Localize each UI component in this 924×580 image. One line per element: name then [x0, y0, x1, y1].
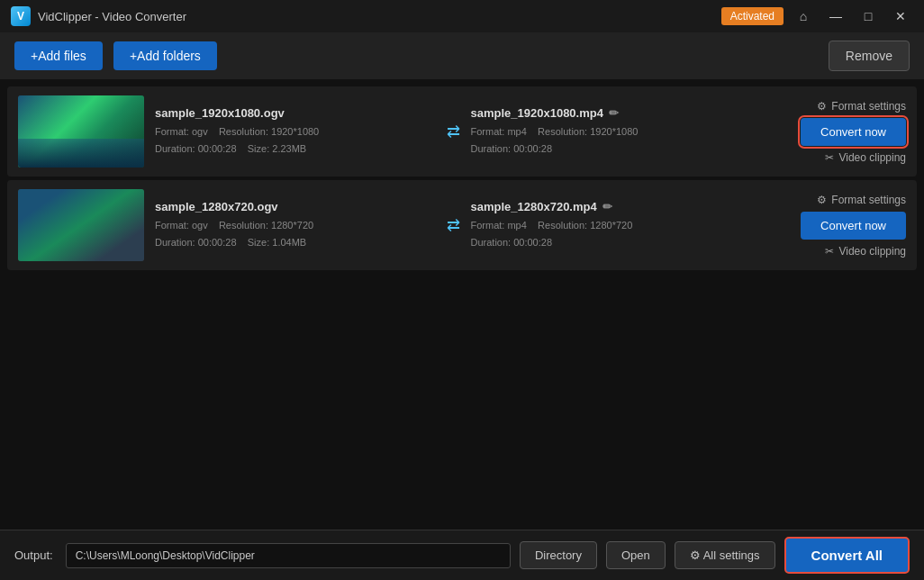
app-logo: V — [11, 6, 31, 26]
input-filename-1: sample_1920x1080.ogv — [155, 106, 436, 120]
input-resolution-1: Resolution: 1920*1080 — [219, 126, 319, 137]
input-duration-1: Duration: 00:00:28 — [155, 143, 237, 154]
toolbar-left: +Add files +Add folders — [14, 41, 217, 70]
remove-button[interactable]: Remove — [829, 41, 910, 71]
format-settings-1[interactable]: ⚙ Format settings — [817, 100, 906, 113]
actions-right-2: ⚙ Format settings Convert now ✂ Video cl… — [762, 194, 906, 258]
app-name: VidClipper — [38, 10, 92, 23]
output-duration-1: Duration: 00:00:28 — [471, 143, 553, 154]
title-text: VidClipper - Video Converter — [38, 10, 186, 23]
output-format-1: Format: mp4 — [471, 126, 527, 137]
format-settings-2[interactable]: ⚙ Format settings — [817, 194, 906, 206]
output-meta-2: Format: mp4 Resolution: 1280*720 Duratio… — [471, 217, 752, 250]
close-button[interactable]: ✕ — [888, 6, 913, 26]
convert-arrow-icon-2: ⇄ — [447, 215, 460, 235]
activated-badge: Activated — [721, 7, 784, 25]
table-row: sample_1920x1080.ogv Format: ogv Resolut… — [7, 86, 917, 177]
maximize-button[interactable]: □ — [856, 6, 881, 26]
add-folders-button[interactable]: +Add folders — [113, 41, 217, 70]
gear-icon-settings: ⚙ — [690, 548, 703, 562]
thumbnail-2 — [18, 189, 144, 261]
output-resolution-2: Resolution: 1280*720 — [538, 220, 632, 231]
input-size-1: Size: 2.23MB — [248, 143, 306, 154]
title-separator: - — [92, 10, 103, 23]
output-format-2: Format: mp4 — [471, 220, 527, 231]
bottom-bar: Output: Directory Open ⚙ All settings Co… — [0, 530, 924, 580]
convert-all-button[interactable]: Convert All — [784, 537, 910, 574]
title-bar-right: Activated ⌂ — □ ✕ — [721, 6, 913, 26]
output-filename-2: sample_1280x720.mp4 ✏ — [471, 200, 752, 213]
input-format-1: Format: ogv — [155, 126, 208, 137]
output-path-input[interactable] — [66, 543, 511, 568]
video-clipping-1[interactable]: ✂ Video clipping — [825, 151, 906, 164]
input-meta-2: Format: ogv Resolution: 1280*720 Duratio… — [155, 217, 436, 250]
thumb-rock-image — [18, 189, 144, 261]
input-filename-2: sample_1280x720.ogv — [155, 200, 436, 213]
actions-right-1: ⚙ Format settings Convert now ✂ Video cl… — [762, 100, 906, 164]
app-subtitle: Video Converter — [102, 10, 186, 23]
title-bar: V VidClipper - Video Converter Activated… — [0, 0, 924, 32]
convert-now-button-2[interactable]: Convert now — [801, 212, 906, 240]
input-meta-1: Format: ogv Resolution: 1920*1080 Durati… — [155, 123, 436, 157]
table-row: sample_1280x720.ogv Format: ogv Resoluti… — [7, 180, 917, 270]
video-clipping-2[interactable]: ✂ Video clipping — [825, 245, 906, 258]
gear-icon-2: ⚙ — [817, 194, 827, 206]
directory-button[interactable]: Directory — [520, 541, 597, 569]
all-settings-button[interactable]: ⚙ All settings — [675, 541, 775, 569]
file-list-container: sample_1920x1080.ogv Format: ogv Resolut… — [0, 79, 924, 530]
main-content: +Add files +Add folders Remove sample_19… — [0, 32, 924, 580]
toolbar: +Add files +Add folders Remove — [0, 32, 924, 79]
thumb-ocean-image — [18, 95, 144, 168]
input-duration-2: Duration: 00:00:28 — [155, 237, 237, 248]
input-size-2: Size: 1.04MB — [248, 237, 306, 248]
file-info-right-2: sample_1280x720.mp4 ✏ Format: mp4 Resolu… — [471, 200, 752, 250]
output-label: Output: — [14, 548, 53, 562]
scissors-icon-2: ✂ — [825, 245, 834, 258]
title-bar-left: V VidClipper - Video Converter — [11, 6, 186, 26]
gear-icon-1: ⚙ — [817, 100, 827, 113]
input-format-2: Format: ogv — [155, 220, 208, 231]
scissors-icon-1: ✂ — [825, 151, 834, 164]
output-meta-1: Format: mp4 Resolution: 1920*1080 Durati… — [471, 123, 752, 157]
convert-now-button-1[interactable]: Convert now — [801, 118, 906, 146]
convert-arrow-icon-1: ⇄ — [447, 122, 460, 141]
minimize-button[interactable]: — — [823, 6, 848, 26]
output-filename-1: sample_1920x1080.mp4 ✏ — [471, 106, 752, 120]
output-resolution-1: Resolution: 1920*1080 — [538, 126, 638, 137]
home-button[interactable]: ⌂ — [791, 6, 816, 26]
edit-icon-1[interactable]: ✏ — [609, 106, 619, 120]
file-info-right-1: sample_1920x1080.mp4 ✏ Format: mp4 Resol… — [471, 106, 752, 157]
thumbnail-1 — [18, 95, 144, 168]
open-button[interactable]: Open — [606, 541, 666, 569]
file-info-left-1: sample_1920x1080.ogv Format: ogv Resolut… — [155, 106, 436, 157]
input-resolution-2: Resolution: 1280*720 — [219, 220, 313, 231]
edit-icon-2[interactable]: ✏ — [602, 200, 612, 213]
add-files-button[interactable]: +Add files — [14, 41, 103, 70]
file-info-left-2: sample_1280x720.ogv Format: ogv Resoluti… — [155, 200, 436, 250]
output-duration-2: Duration: 00:00:28 — [471, 237, 553, 248]
